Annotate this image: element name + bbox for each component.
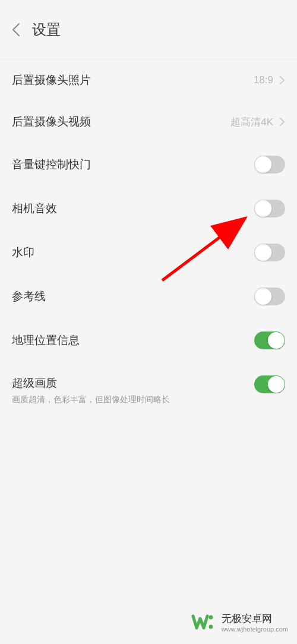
setting-label: 后置摄像头视频 (12, 114, 91, 130)
toggle-knob (255, 244, 271, 261)
back-icon[interactable] (12, 23, 20, 37)
setting-text-group: 超级画质 画质超清，色彩丰富，但图像处理时间略长 (12, 375, 254, 405)
toggle-location-info[interactable] (254, 332, 285, 349)
setting-label: 后置摄像头照片 (12, 72, 91, 88)
watermark-url: www.wjhotelgroup.com (222, 626, 289, 633)
setting-label: 音量键控制快门 (12, 157, 91, 172)
toggle-grid-lines[interactable] (254, 288, 285, 305)
svg-point-2 (208, 615, 213, 620)
setting-value: 18:9 (254, 74, 273, 86)
setting-label: 相机音效 (12, 201, 57, 216)
chevron-right-icon (279, 117, 285, 127)
toggle-camera-sound[interactable] (254, 200, 285, 217)
watermark-brand: 无极安卓网 www.wjhotelgroup.com (191, 609, 289, 635)
setting-subtitle: 画质超清，色彩丰富，但图像处理时间略长 (12, 394, 254, 405)
toggle-knob (255, 288, 271, 305)
setting-watermark: 水印 (0, 231, 297, 274)
chevron-right-icon (279, 75, 285, 85)
toggle-knob (255, 156, 271, 173)
setting-value-group: 18:9 (254, 74, 285, 86)
setting-label: 超级画质 (12, 375, 254, 391)
watermark-title: 无极安卓网 (222, 612, 289, 626)
setting-grid-lines: 参考线 (0, 274, 297, 318)
setting-rear-camera-video[interactable]: 后置摄像头视频 超高清4K (0, 101, 297, 143)
header: 设置 (0, 0, 297, 59)
watermark-text: 无极安卓网 www.wjhotelgroup.com (222, 612, 289, 633)
toggle-knob (255, 200, 271, 217)
setting-label: 地理位置信息 (12, 333, 80, 348)
page-title: 设置 (32, 20, 61, 39)
watermark-logo-icon (191, 609, 217, 635)
setting-label: 水印 (12, 245, 34, 260)
setting-super-quality: 超级画质 画质超清，色彩丰富，但图像处理时间略长 (0, 362, 297, 418)
toggle-super-quality[interactable] (254, 375, 285, 393)
setting-volume-shutter: 音量键控制快门 (0, 143, 297, 187)
settings-list: 后置摄像头照片 18:9 后置摄像头视频 超高清4K 音量键控制快门 相机音效 … (0, 59, 297, 418)
setting-value: 超高清4K (230, 115, 273, 129)
toggle-knob (268, 332, 285, 349)
toggle-watermark[interactable] (254, 244, 285, 261)
setting-label: 参考线 (12, 289, 46, 304)
svg-point-3 (208, 625, 213, 629)
setting-camera-sound: 相机音效 (0, 187, 297, 231)
toggle-knob (268, 376, 285, 393)
setting-value-group: 超高清4K (230, 115, 285, 129)
setting-rear-camera-photo[interactable]: 后置摄像头照片 18:9 (0, 59, 297, 101)
toggle-volume-shutter[interactable] (254, 156, 285, 173)
setting-location-info: 地理位置信息 (0, 318, 297, 362)
